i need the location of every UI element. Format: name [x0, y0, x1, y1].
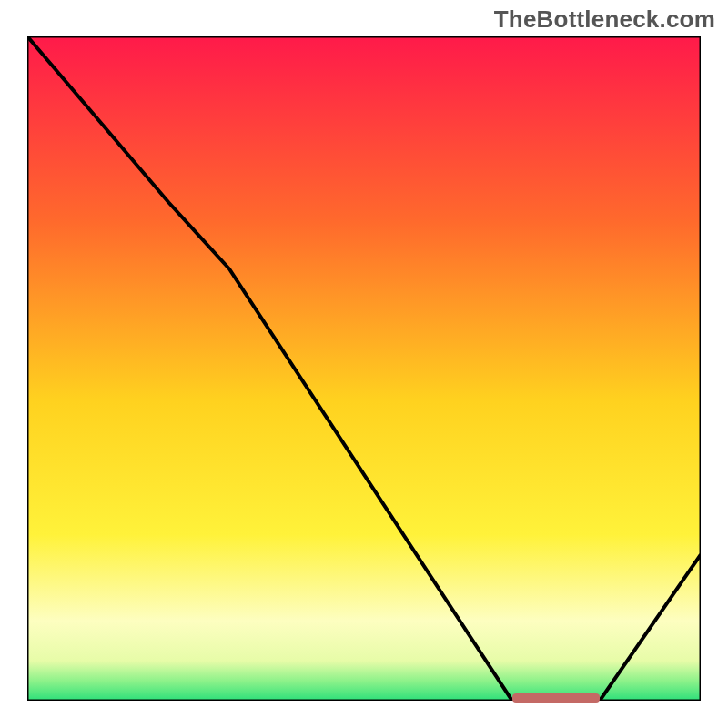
optimal-range-marker [512, 693, 600, 703]
gradient-background [27, 36, 701, 701]
watermark-text: TheBottleneck.com [494, 5, 715, 34]
plot-area [27, 36, 701, 701]
chart-wrap: TheBottleneck.com [0, 0, 728, 728]
chart-svg [27, 36, 701, 701]
